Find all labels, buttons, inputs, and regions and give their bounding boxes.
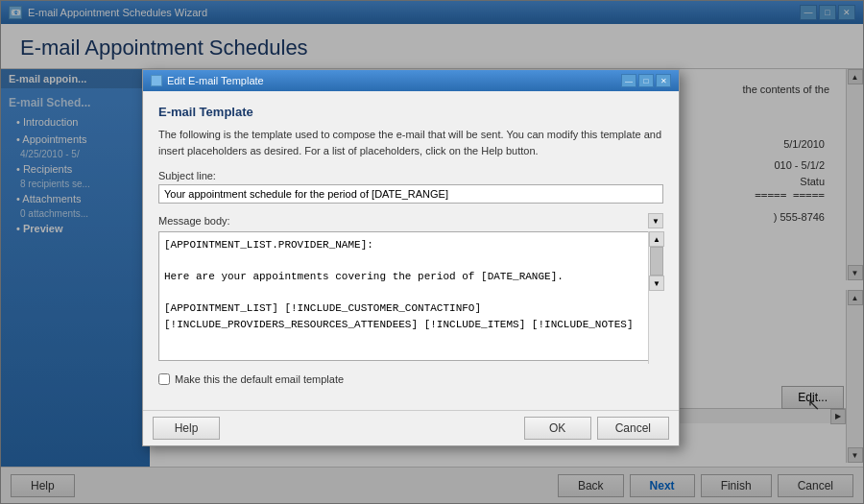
subject-label: Subject line:: [158, 170, 663, 181]
default-template-row: Make this the default email template: [158, 373, 663, 385]
modal-content: E-mail Template The following is the tem…: [143, 91, 679, 410]
modal-description: The following is the template used to co…: [158, 127, 663, 158]
modal-overlay: Edit E-mail Template — □ ✕ E-mail Templa…: [0, 0, 864, 504]
modal-footer: Help OK Cancel: [143, 410, 679, 445]
default-template-label: Make this the default email template: [175, 373, 344, 385]
modal-close-button[interactable]: ✕: [656, 74, 671, 87]
message-body-dropdown-button[interactable]: ▼: [648, 213, 663, 228]
modal-footer-right: OK Cancel: [524, 417, 669, 440]
textarea-scroll-down[interactable]: ▼: [649, 276, 664, 291]
modal-title-bar: Edit E-mail Template — □ ✕: [143, 70, 679, 91]
modal-ok-button[interactable]: OK: [524, 417, 591, 440]
modal-title-text: Edit E-mail Template: [167, 75, 264, 86]
subject-input[interactable]: [158, 184, 663, 204]
message-body-row: Message body: ▼: [158, 213, 663, 228]
modal-maximize-button[interactable]: □: [638, 74, 654, 87]
modal-title-left: Edit E-mail Template: [151, 75, 264, 86]
textarea-scroll-up[interactable]: ▲: [649, 231, 664, 247]
modal-icon: [151, 75, 162, 86]
modal-cancel-button[interactable]: Cancel: [597, 417, 669, 440]
edit-email-template-modal: Edit E-mail Template — □ ✕ E-mail Templa…: [142, 69, 680, 446]
modal-help-button[interactable]: Help: [153, 417, 220, 440]
message-body-container: [APPOINTMENT_LIST.PROVIDER_NAME]: Here a…: [158, 231, 663, 364]
textarea-scrollbar: ▲ ▼: [648, 231, 663, 364]
message-body-label: Message body:: [158, 215, 230, 227]
message-body-textarea[interactable]: [APPOINTMENT_LIST.PROVIDER_NAME]: Here a…: [158, 231, 663, 361]
modal-controls: — □ ✕: [621, 74, 671, 87]
modal-minimize-button[interactable]: —: [621, 74, 636, 87]
default-template-checkbox[interactable]: [158, 373, 170, 385]
modal-section-title: E-mail Template: [158, 105, 663, 119]
